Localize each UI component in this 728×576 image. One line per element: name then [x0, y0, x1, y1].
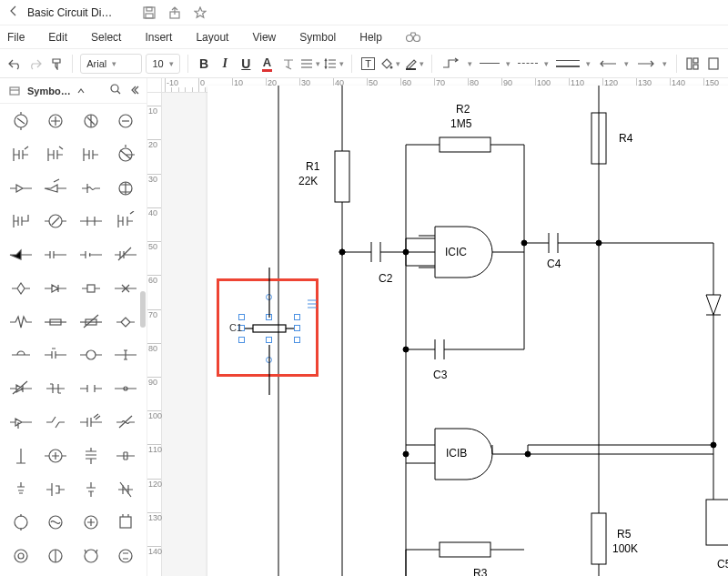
symbol-item[interactable]: [4, 109, 38, 133]
underline-button[interactable]: U: [238, 53, 255, 75]
menu-edit[interactable]: Edit: [48, 31, 67, 44]
symbol-item[interactable]: [4, 510, 38, 534]
symbol-item[interactable]: [4, 478, 38, 501]
font-size-select[interactable]: 10▾: [146, 54, 179, 74]
symbol-item[interactable]: [108, 377, 143, 400]
symbol-item[interactable]: [38, 209, 73, 233]
symbol-item[interactable]: [4, 277, 38, 300]
symbol-item[interactable]: [38, 478, 73, 501]
page-button[interactable]: [705, 53, 723, 75]
line-dash-button[interactable]: [516, 57, 551, 70]
shape-options-icon[interactable]: [306, 298, 318, 310]
symbol-item[interactable]: [4, 143, 38, 167]
symbol-item[interactable]: [38, 109, 73, 133]
share-icon[interactable]: [167, 5, 182, 20]
line-spacing-button[interactable]: [324, 53, 344, 75]
arrow-start-button[interactable]: [596, 57, 631, 70]
symbol-item[interactable]: [4, 177, 38, 200]
font-color-button[interactable]: A: [258, 53, 276, 75]
line-color-button[interactable]: [404, 53, 424, 75]
symbol-item[interactable]: [38, 510, 73, 534]
symbol-item[interactable]: [38, 544, 73, 568]
symbol-item[interactable]: [74, 478, 108, 501]
menu-layout[interactable]: Layout: [196, 31, 228, 44]
collapse-panel-icon[interactable]: [130, 85, 139, 97]
symbol-item[interactable]: [4, 343, 38, 367]
menu-insert[interactable]: Insert: [145, 31, 172, 44]
arrow-end-button[interactable]: [634, 57, 669, 70]
symbol-item[interactable]: [108, 478, 143, 501]
connector-style-button[interactable]: [440, 56, 474, 72]
symbol-item[interactable]: [108, 209, 143, 233]
symbol-item[interactable]: [74, 277, 108, 300]
line-solid-button[interactable]: [478, 57, 512, 70]
undo-button[interactable]: [5, 53, 23, 75]
clear-format-button[interactable]: [279, 53, 297, 75]
symbol-item[interactable]: [74, 209, 108, 233]
symbol-item[interactable]: [38, 444, 73, 468]
panel-scrollbar[interactable]: [140, 104, 146, 576]
symbol-item[interactable]: [74, 410, 108, 434]
bold-button[interactable]: B: [196, 53, 213, 75]
menu-file[interactable]: File: [7, 31, 25, 44]
symbol-item[interactable]: [74, 143, 108, 167]
star-icon[interactable]: [193, 5, 207, 20]
symbol-item[interactable]: [74, 510, 108, 534]
symbol-item[interactable]: [108, 310, 143, 334]
search-icon[interactable]: [110, 84, 121, 97]
symbol-item[interactable]: [4, 209, 38, 233]
symbol-item[interactable]: [4, 410, 38, 434]
symbol-item[interactable]: [108, 444, 143, 468]
symbol-item[interactable]: [74, 243, 108, 267]
align-button[interactable]: [300, 53, 320, 75]
line-weight-button[interactable]: [554, 56, 592, 72]
binoculars-icon[interactable]: [406, 30, 420, 45]
font-family-select[interactable]: Arial▾: [80, 54, 142, 74]
symbol-item[interactable]: [38, 343, 73, 367]
symbol-item[interactable]: [38, 243, 73, 267]
save-icon[interactable]: [142, 5, 157, 20]
symbol-item[interactable]: [38, 377, 73, 400]
symbol-item[interactable]: [4, 377, 38, 400]
back-button[interactable]: [5, 5, 22, 19]
symbol-item[interactable]: [74, 343, 108, 367]
symbol-item[interactable]: [74, 377, 108, 400]
menu-select[interactable]: Select: [91, 31, 121, 44]
chevron-up-icon[interactable]: [76, 86, 86, 96]
library-icon[interactable]: [7, 84, 22, 98]
menu-symbol[interactable]: Symbol: [299, 31, 336, 44]
canvas-area[interactable]: -100102030405060708090100110120130140150…: [147, 78, 728, 576]
symbol-item[interactable]: [108, 343, 143, 367]
symbol-item[interactable]: [38, 177, 73, 200]
menu-help[interactable]: Help: [359, 31, 382, 44]
symbol-item[interactable]: [108, 410, 143, 434]
symbol-item[interactable]: [108, 510, 143, 534]
redo-button[interactable]: [26, 53, 44, 75]
fill-color-button[interactable]: [380, 53, 400, 75]
page[interactable]: R1 22K C2: [207, 86, 728, 576]
symbol-item[interactable]: [108, 277, 143, 300]
symbol-item[interactable]: [74, 310, 108, 334]
symbol-item[interactable]: [38, 277, 73, 300]
symbol-item[interactable]: [4, 444, 38, 468]
symbol-item[interactable]: [74, 444, 108, 468]
italic-button[interactable]: I: [217, 53, 234, 75]
symbol-item[interactable]: [38, 410, 73, 434]
symbol-item[interactable]: [74, 544, 108, 568]
symbol-item[interactable]: [4, 243, 38, 267]
symbol-item[interactable]: [74, 177, 108, 200]
symbol-item[interactable]: [4, 544, 38, 568]
symbol-item[interactable]: [74, 109, 108, 133]
text-box-button[interactable]: T: [359, 53, 377, 75]
format-painter-button[interactable]: [47, 53, 65, 75]
symbol-item[interactable]: [108, 243, 143, 267]
menu-view[interactable]: View: [252, 31, 276, 44]
layout-grid-button[interactable]: [684, 53, 702, 75]
symbol-item[interactable]: [108, 177, 143, 200]
symbol-item[interactable]: [108, 544, 143, 568]
canvas-background[interactable]: R1 22K C2: [162, 93, 728, 576]
symbol-item[interactable]: [38, 310, 73, 334]
symbol-item[interactable]: [4, 310, 38, 334]
symbol-item[interactable]: [108, 109, 143, 133]
symbol-item[interactable]: [38, 143, 73, 167]
